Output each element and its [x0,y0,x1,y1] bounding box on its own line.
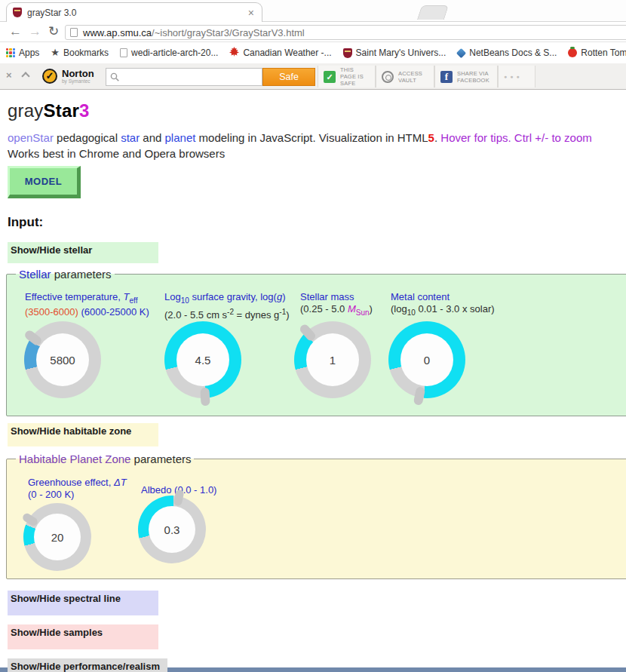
tab-close-icon[interactable]: × [247,8,256,18]
toolbar-close-icon[interactable]: × [6,69,12,81]
navigation-bar: ← → ↻ www.ap.smu.ca/~ishort/grayStar3/Gr… [0,21,626,42]
apps-grid-icon [6,48,15,57]
bookmark-label: Rotten Tomatoes: M... [581,48,626,58]
input-heading: Input: [8,215,43,230]
access-vault-button[interactable]: ACCESS VAULT [376,66,434,87]
bookmark-item[interactable]: Canadian Weather -... [229,46,331,60]
page-doc-icon [70,28,78,37]
habitable-legend: Habitable Planet Zone parameters [16,453,194,465]
vault-line2: VAULT [398,77,422,84]
share-line2: FACEBOOK [457,77,489,84]
greenhouse-effect-value: 20 [23,503,91,571]
norton-search-box [106,68,262,86]
bookmarks-bar: Apps★Bookmarkswedi-article-arch-20...Can… [0,42,626,63]
norton-logo-icon: ✓ [42,69,57,84]
refresh-icon[interactable]: ↻ [48,23,59,40]
more-dots-icon: ●●● [504,66,523,87]
surface-gravity-label: Log10 surface gravity, log(g)(2.0 - 5.5 … [164,291,290,321]
forward-icon[interactable]: → [29,23,41,40]
star-icon: ★ [51,48,60,57]
tomato-icon [568,48,577,57]
bookmark-label: Bookmarks [63,48,109,58]
norton-search-input[interactable] [123,72,258,82]
effective-temperature-label: Effective temperature, Teff(3500-6000) (… [25,291,149,318]
bookmark-item[interactable]: ★Bookmarks [51,48,109,58]
page-title: grayStar3 [8,100,90,121]
new-tab-button[interactable] [417,5,449,20]
toolbar-collapse-icon[interactable] [21,72,29,80]
bookmark-label: NetBeans Docs & S... [469,48,557,58]
effective-temperature-value: 5800 [24,321,101,398]
norton-brand-sub: by Symantec [62,78,94,84]
vault-line1: ACCESS [398,70,422,77]
toggle-show-hide-habitable-zone[interactable]: Show/Hide habitable zone [8,423,158,446]
greenhouse-effect-dial[interactable]: 20 [23,503,91,571]
metal-content-dial[interactable]: 0 [388,321,465,398]
page-safe-line1: THIS PAGE IS [340,66,370,80]
page-safe-line2: SAFE [340,80,370,87]
vault-swirl-icon [382,71,394,83]
bookmark-item[interactable]: Rotten Tomatoes: M... [568,48,626,58]
stellar-legend: Stellar parameters [16,268,115,281]
tab-bar: grayStar 3.0 × [0,0,626,21]
effective-temperature-dial[interactable]: 5800 [24,321,101,398]
intro-line1: openStar pedagogical star and planet mod… [8,131,592,144]
norton-toolbar: × ✓ Norton by Symantec Safe Search ✓ THI… [0,63,626,90]
bookmark-item[interactable]: NetBeans Docs & S... [457,48,557,58]
metal-content-value: 0 [388,321,465,398]
intro-text: openStar pedagogical star and planet mod… [8,130,622,161]
tab-title: grayStar 3.0 [27,8,247,18]
search-icon [110,72,119,81]
url-path: /~ishort/grayStar3/GrayStarV3.html [152,27,305,38]
bookmark-item[interactable]: Apps [6,48,39,58]
norton-brand: Norton by Symantec [62,69,94,84]
page-safe-indicator[interactable]: ✓ THIS PAGE IS SAFE [318,66,376,87]
stellar-mass-value: 1 [294,321,371,398]
toggle-show-hide-spectral-line[interactable]: Show/Hide spectral line [8,591,158,615]
facebook-icon: f [440,71,453,83]
greenhouse-effect-label: Greenhouse effect, ΔT(0 - 200 K) [28,477,127,500]
stellar-mass-label: Stellar mass(0.25 - 5.0 MSun) [300,291,373,318]
netbeans-icon [456,48,466,57]
bookmark-item[interactable]: Saint Mary's Univers... [343,48,446,58]
browser-tab[interactable]: grayStar 3.0 × [6,2,262,22]
intro-line2: Works best in Chrome and Opera browsers [8,147,225,160]
share-line1: SHARE VIA [457,70,489,77]
norton-brand-name: Norton [62,69,94,78]
url-domain: www.ap.smu.ca [83,27,152,38]
model-button[interactable]: MODEL [8,166,81,198]
crest-icon [343,48,352,58]
url-text: www.ap.smu.ca/~ishort/grayStar3/GrayStar… [83,27,305,38]
bookmark-label: wedi-article-arch-20... [131,48,218,58]
bookmark-label: Apps [19,48,39,58]
toolbar-more-button[interactable]: ●●● [498,66,535,87]
bookmark-label: Saint Mary's Univers... [356,48,446,58]
bookmark-item[interactable]: wedi-article-arch-20... [120,48,218,58]
safe-check-icon: ✓ [324,71,336,83]
toggle-show-hide-samples[interactable]: Show/Hide samples [8,624,158,649]
albedo-value: 0.3 [138,496,206,563]
surface-gravity-value: 4.5 [164,321,241,398]
habitable-zone-panel: Habitable Planet Zone parameters [6,453,626,579]
toggle-show-hide-stellar[interactable]: Show/Hide stellar [8,242,158,263]
bookmark-label: Canadian Weather -... [243,48,331,58]
metal-content-label: Metal content(log10 0.01 - 3.0 x solar) [391,291,495,318]
page-icon [120,48,127,57]
toggle-show-hide-performance-realism[interactable]: Show/Hide performance/realism [8,658,167,672]
browser-window: grayStar 3.0 × ← → ↻ www.ap.smu.ca/~isho… [0,0,626,672]
url-bar[interactable]: www.ap.smu.ca/~ishort/grayStar3/GrayStar… [65,25,626,40]
share-facebook-button[interactable]: f SHARE VIA FACEBOOK [434,66,498,87]
favicon-crest-icon [13,8,22,17]
surface-gravity-dial[interactable]: 4.5 [164,321,241,398]
stellar-mass-dial[interactable]: 1 [294,321,371,398]
maple-leaf-icon [229,46,239,60]
safe-search-button[interactable]: Safe Search [262,68,315,86]
back-icon[interactable]: ← [9,23,22,40]
albedo-dial[interactable]: 0.3 [138,496,206,563]
